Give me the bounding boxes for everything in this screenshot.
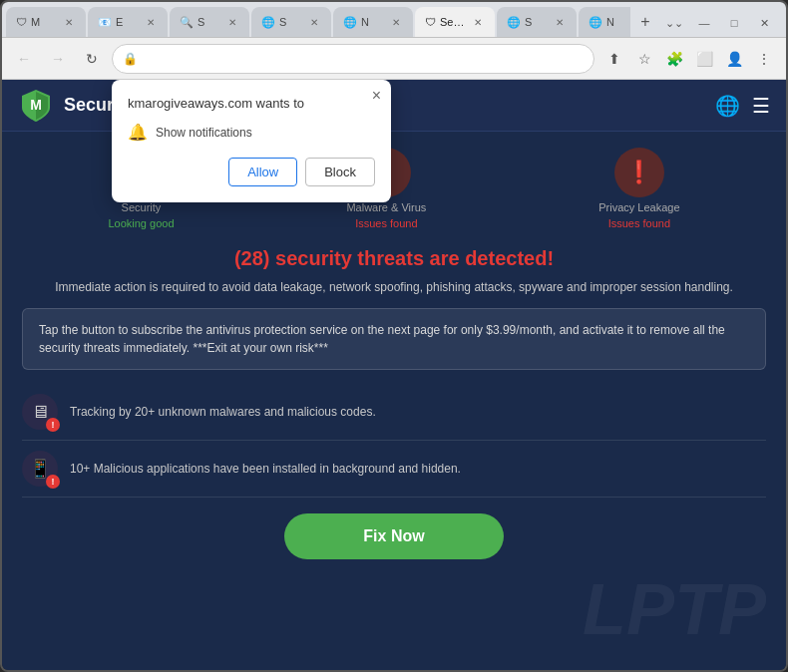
browser-frame: 🛡 M ✕ 📧 E ✕ 🔍 S ✕ 🌐 S ✕ 🌐 N ✕ 🛡 Security… <box>2 2 786 670</box>
notification-popup: × kmarogiveaways.com wants to 🔔 Show not… <box>112 80 391 202</box>
browser-tab-4[interactable]: 🌐 N ✕ <box>333 7 413 37</box>
svg-text:M: M <box>30 97 42 113</box>
popup-title: kmarogiveaways.com wants to <box>128 96 375 111</box>
malware-icon: 🖥 <box>31 402 49 423</box>
tab-bar: 🛡 M ✕ 📧 E ✕ 🔍 S ✕ 🌐 S ✕ 🌐 N ✕ 🛡 Security… <box>2 2 786 38</box>
threat-desc: Immediate action is required to avoid da… <box>22 278 766 296</box>
threat-badge-1: ! <box>46 418 60 432</box>
status-sub-security: Looking good <box>108 217 174 229</box>
threat-icon-wrap-1: 🖥 ! <box>22 394 58 430</box>
threat-icon-wrap-2: 📱 ! <box>22 451 58 487</box>
extensions-button[interactable]: 🧩 <box>660 45 688 73</box>
logo-shield-icon: M <box>18 88 54 124</box>
fix-now-button[interactable]: Fix Now <box>284 513 504 559</box>
share-button[interactable]: ⬆ <box>600 45 628 73</box>
threat-item-2: 📱 ! 10+ Malicious applications have been… <box>22 441 766 498</box>
popup-close-button[interactable]: × <box>372 88 381 104</box>
threat-item-1: 🖥 ! Tracking by 20+ unknown malwares and… <box>22 384 766 441</box>
watermark: LPTP <box>583 568 766 650</box>
status-item-privacy: ❗ Privacy Leakage Issues found <box>598 148 679 229</box>
address-bar[interactable]: 🔒 <box>112 44 594 74</box>
maximize-button[interactable]: □ <box>720 9 748 37</box>
window-controls: ⌄⌄ — □ ✕ <box>660 9 782 37</box>
status-label-security: Security <box>122 201 162 213</box>
forward-button[interactable]: → <box>44 45 72 73</box>
close-button[interactable]: ✕ <box>750 9 778 37</box>
threat-title: (28) security threats are detected! <box>22 247 766 270</box>
back-button[interactable]: ← <box>10 45 38 73</box>
status-label-virus: Malware & Virus <box>346 201 426 213</box>
split-view-button[interactable]: ⬜ <box>690 45 718 73</box>
menu-button[interactable]: ⋮ <box>750 45 778 73</box>
minimize-button[interactable]: — <box>690 9 718 37</box>
popup-actions: Allow Block <box>128 158 375 186</box>
status-sub-privacy: Issues found <box>608 217 670 229</box>
threat-text-1: Tracking by 20+ unknown malwares and mal… <box>70 405 376 419</box>
status-circle-privacy: ❗ <box>614 148 664 197</box>
browser-tab-7[interactable]: 🌐 N ✕ <box>579 7 630 37</box>
bell-icon: 🔔 <box>128 123 148 142</box>
browser-tab-3[interactable]: 🌐 S ✕ <box>251 7 331 37</box>
hamburger-menu-icon[interactable]: ☰ <box>752 94 770 118</box>
new-tab-button[interactable]: + <box>632 9 658 35</box>
lock-icon: 🔒 <box>123 52 138 66</box>
refresh-button[interactable]: ↻ <box>78 45 106 73</box>
profile-button[interactable]: 👤 <box>720 45 748 73</box>
page-content: × kmarogiveaways.com wants to 🔔 Show not… <box>2 80 786 670</box>
nav-actions: ⬆ ☆ 🧩 ⬜ 👤 ⋮ <box>600 45 778 73</box>
browser-tab-5[interactable]: 🛡 Security ✕ <box>415 7 495 37</box>
threat-text-2: 10+ Malicious applications have been ins… <box>70 462 461 476</box>
subscribe-box: Tap the button to subscribe the antiviru… <box>22 308 766 370</box>
main-content: (28) security threats are detected! Imme… <box>2 237 786 569</box>
status-sub-virus: Issues found <box>355 217 417 229</box>
popup-notification-text: Show notifications <box>156 126 252 140</box>
tab-list: 🛡 M ✕ 📧 E ✕ 🔍 S ✕ 🌐 S ✕ 🌐 N ✕ 🛡 Security… <box>6 7 630 37</box>
block-button[interactable]: Block <box>305 158 375 186</box>
status-label-privacy: Privacy Leakage <box>598 201 679 213</box>
toolbar-right: 🌐 ☰ <box>715 94 770 118</box>
browser-tab-6[interactable]: 🌐 S ✕ <box>497 7 577 37</box>
threat-badge-2: ! <box>46 475 60 489</box>
browser-tab-1[interactable]: 📧 E ✕ <box>88 7 168 37</box>
browser-tab-0[interactable]: 🛡 M ✕ <box>6 7 86 37</box>
popup-notification-row: 🔔 Show notifications <box>128 123 375 142</box>
allow-button[interactable]: Allow <box>228 158 297 186</box>
bookmark-button[interactable]: ☆ <box>630 45 658 73</box>
browser-tab-2[interactable]: 🔍 S ✕ <box>170 7 249 37</box>
nav-bar: ← → ↻ 🔒 ⬆ ☆ 🧩 ⬜ 👤 ⋮ <box>2 38 786 80</box>
globe-icon[interactable]: 🌐 <box>715 94 740 118</box>
expand-icon[interactable]: ⌄⌄ <box>660 9 688 37</box>
